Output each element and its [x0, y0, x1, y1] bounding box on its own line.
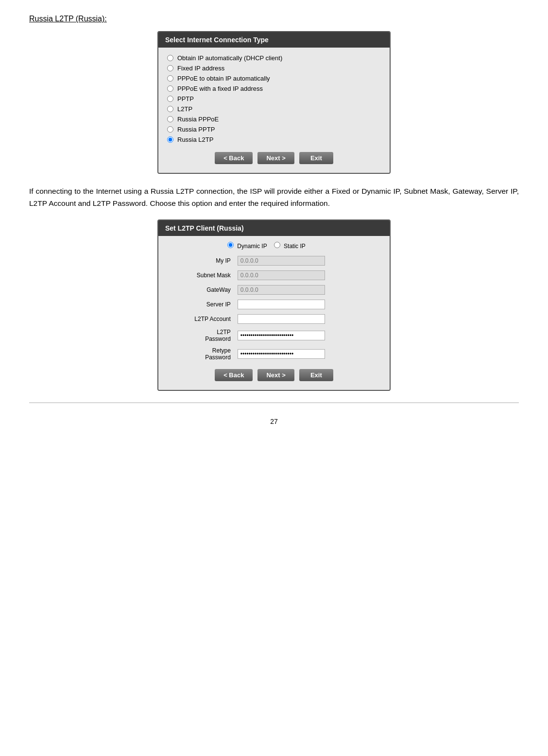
form-row-5: L2TPPassword	[167, 326, 381, 345]
static-ip-label[interactable]: Static IP	[274, 242, 306, 250]
form-label-2: GateWay	[167, 283, 234, 297]
screenshot2-box: Set L2TP Client (Russia) Dynamic IP Stat…	[157, 219, 391, 391]
connection-type-option: Russia L2TP	[167, 136, 381, 143]
l2tp-form-fields: My IPSubnet MaskGateWayServer IPL2TP Acc…	[167, 253, 381, 363]
form-input-6[interactable]	[238, 349, 325, 359]
connection-type-radio-2[interactable]	[167, 75, 173, 82]
form-input-cell-0	[234, 253, 381, 268]
connection-type-option: Fixed IP address	[167, 65, 381, 72]
screenshot2-next-button[interactable]: Next >	[257, 369, 294, 381]
connection-type-radio-4[interactable]	[167, 96, 173, 102]
screenshot1-header: Select Internet Connection Type	[158, 32, 390, 48]
form-label-4: L2TP Account	[167, 312, 234, 326]
form-row-1: Subnet Mask	[167, 268, 381, 283]
screenshot2-back-button[interactable]: < Back	[215, 369, 253, 381]
form-input-cell-5	[234, 326, 381, 345]
description-paragraph: If connecting to the Internet using a Ru…	[29, 185, 519, 210]
dynamic-ip-label[interactable]: Dynamic IP	[227, 242, 267, 250]
page-number: 27	[29, 418, 519, 425]
form-input-cell-2	[234, 283, 381, 297]
connection-type-radio-1[interactable]	[167, 65, 173, 71]
connection-type-option: Russia PPPoE	[167, 116, 381, 123]
bottom-divider	[29, 403, 519, 403]
form-row-4: L2TP Account	[167, 312, 381, 326]
form-input-cell-4	[234, 312, 381, 326]
connection-type-radio-6[interactable]	[167, 116, 173, 122]
connection-type-option: L2TP	[167, 105, 381, 113]
form-input-2[interactable]	[238, 285, 325, 295]
form-label-3: Server IP	[167, 297, 234, 312]
screenshot1-btn-row: < Back Next > Exit	[167, 146, 381, 166]
page-title: Russia L2TP (Russia):	[29, 15, 519, 23]
screenshot2-exit-button[interactable]: Exit	[299, 369, 333, 381]
form-input-3[interactable]	[238, 300, 325, 309]
connection-type-radio-3[interactable]	[167, 85, 173, 92]
form-input-cell-3	[234, 297, 381, 312]
connection-type-option: PPPoE to obtain IP automatically	[167, 75, 381, 82]
screenshot2-body: Dynamic IP Static IP My IPSubnet MaskGat…	[158, 236, 390, 390]
form-input-1[interactable]	[238, 270, 325, 280]
form-row-2: GateWay	[167, 283, 381, 297]
connection-type-radio-8[interactable]	[167, 136, 173, 143]
screenshot2-header: Set L2TP Client (Russia)	[158, 220, 390, 236]
form-label-1: Subnet Mask	[167, 268, 234, 283]
form-label-0: My IP	[167, 253, 234, 268]
connection-type-radio-5[interactable]	[167, 106, 173, 112]
screenshot1-body: Obtain IP automatically (DHCP client)Fix…	[158, 48, 390, 173]
form-input-cell-1	[234, 268, 381, 283]
form-label-5: L2TPPassword	[167, 326, 234, 345]
form-input-5[interactable]	[238, 331, 325, 340]
connection-type-option: PPPoE with a fixed IP address	[167, 85, 381, 92]
form-input-0[interactable]	[238, 256, 325, 266]
form-input-4[interactable]	[238, 314, 325, 324]
form-input-cell-6	[234, 345, 381, 363]
form-row-0: My IP	[167, 253, 381, 268]
form-label-6: RetypePassword	[167, 345, 234, 363]
connection-type-options: Obtain IP automatically (DHCP client)Fix…	[167, 54, 381, 143]
ip-mode-row: Dynamic IP Static IP	[167, 242, 381, 250]
connection-type-option: Obtain IP automatically (DHCP client)	[167, 54, 381, 62]
connection-type-radio-7[interactable]	[167, 126, 173, 133]
screenshot2-btn-row: < Back Next > Exit	[167, 363, 381, 383]
dynamic-ip-radio[interactable]	[227, 242, 234, 248]
screenshot1-box: Select Internet Connection Type Obtain I…	[157, 31, 391, 174]
connection-type-radio-0[interactable]	[167, 55, 173, 61]
connection-type-option: PPTP	[167, 95, 381, 102]
form-row-6: RetypePassword	[167, 345, 381, 363]
form-row-3: Server IP	[167, 297, 381, 312]
screenshot1-exit-button[interactable]: Exit	[299, 152, 333, 164]
screenshot1-next-button[interactable]: Next >	[257, 152, 294, 164]
static-ip-radio[interactable]	[274, 242, 280, 248]
screenshot1-back-button[interactable]: < Back	[215, 152, 253, 164]
connection-type-option: Russia PPTP	[167, 126, 381, 133]
